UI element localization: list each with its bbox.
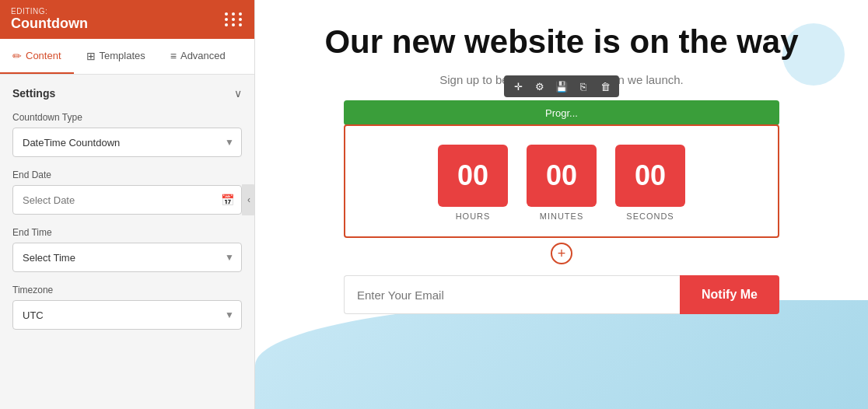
progress-area: Progr... ✛ ⚙ 💾 ⎘ 🗑 [344,100,779,125]
toolbar-save-btn[interactable]: 💾 [551,75,572,97]
right-panel: Our new website is on the way Sign up to… [255,0,868,409]
panel-collapse-arrow[interactable]: ‹ [242,184,254,215]
templates-icon: ⊞ [86,50,96,62]
tabs-bar: ✏ Content ⊞ Templates ≡ Advanced [0,39,254,75]
panel-header: EDITING: Countdown [0,0,254,39]
advanced-icon: ≡ [170,50,177,62]
countdown-type-field: Countdown Type DateTime Countdown Evergr… [12,112,242,157]
hero-title: Our new website is on the way [324,23,798,61]
add-element-button[interactable]: + [551,243,572,264]
background-wave [255,300,868,409]
toolbar-move-btn[interactable]: ✛ [507,75,529,97]
end-time-select[interactable]: Select Time 12:00 AM 6:00 AM 12:00 PM [12,243,242,272]
minutes-label: MINUTES [540,211,584,221]
left-panel: EDITING: Countdown ✏ Content ⊞ Templates… [0,0,255,409]
progress-bar: Progr... [344,100,779,125]
countdown-seconds: 00 SECONDS [615,145,685,221]
countdown-section: 00 HOURS 00 MINUTES 00 SECONDS [344,124,779,238]
content-icon: ✏ [12,50,22,62]
editing-label: EDITING: [11,7,88,16]
countdown-minutes: 00 MINUTES [527,145,597,221]
countdown-type-select[interactable]: DateTime Countdown Evergreen Countdown [12,128,242,157]
timezone-select-wrapper: UTC EST PST CST ▼ [12,300,242,330]
tab-advanced-label: Advanced [180,50,226,61]
end-time-label: End Time [12,227,242,238]
panel-title: Countdown [11,16,88,32]
progress-label: Progr... [545,107,578,119]
tab-advanced[interactable]: ≡ Advanced [158,39,238,74]
element-toolbar: ✛ ⚙ 💾 ⎘ 🗑 [504,75,619,97]
toolbar-copy-btn[interactable]: ⎘ [572,75,594,97]
hours-box: 00 [438,145,508,207]
end-time-select-wrapper: Select Time 12:00 AM 6:00 AM 12:00 PM ▼ [12,243,242,272]
tab-content-label: Content [26,50,61,61]
end-date-input[interactable] [12,185,242,215]
timezone-select[interactable]: UTC EST PST CST [12,300,242,330]
notify-button[interactable]: Notify Me [680,275,779,314]
hours-label: HOURS [456,211,491,221]
countdown-hours: 00 HOURS [438,145,508,221]
settings-title: Settings [12,87,55,100]
timezone-label: Timezone [12,285,242,295]
seconds-box: 00 [615,145,685,207]
countdown-type-select-wrapper: DateTime Countdown Evergreen Countdown ▼ [12,128,242,157]
toolbar-settings-btn[interactable]: ⚙ [529,75,551,97]
end-time-field: End Time Select Time 12:00 AM 6:00 AM 12… [12,227,242,272]
grid-icon[interactable] [225,12,243,26]
settings-section-header: Settings ∨ [12,87,242,100]
seconds-label: SECONDS [626,211,674,221]
toolbar-delete-btn[interactable]: 🗑 [594,75,616,97]
tab-content[interactable]: ✏ Content [0,39,74,74]
email-input[interactable] [344,275,680,314]
minutes-box: 00 [527,145,597,207]
settings-collapse-icon[interactable]: ∨ [234,87,242,100]
panel-body: Settings ∨ Countdown Type DateTime Count… [0,75,254,409]
countdown-type-label: Countdown Type [12,112,242,123]
email-notify-row: Notify Me [344,275,779,314]
tab-templates-label: Templates [100,50,145,61]
end-date-field: End Date 📅 ‹ [12,170,242,215]
tab-templates[interactable]: ⊞ Templates [74,39,158,74]
end-date-label: End Date [12,170,242,180]
timezone-field: Timezone UTC EST PST CST ▼ [12,285,242,330]
